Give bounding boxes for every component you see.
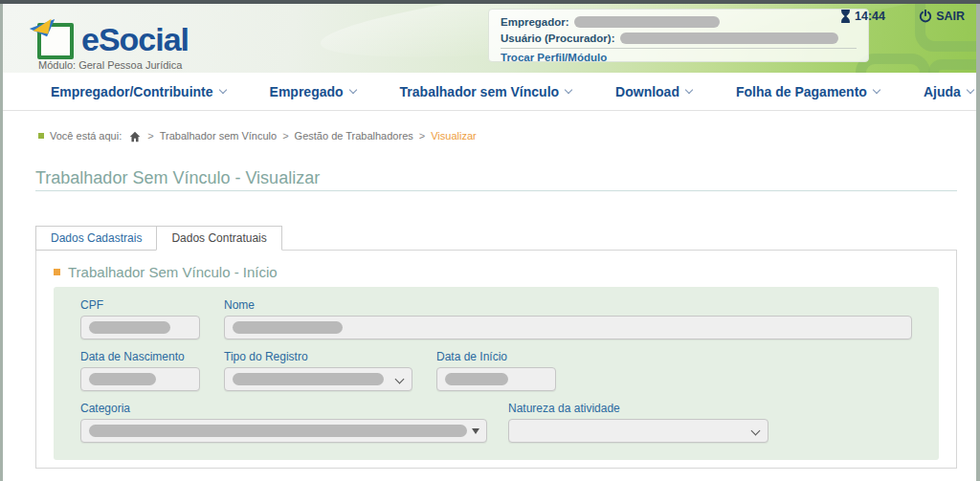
app-header: eSocial Módulo: Geral Pessoa Jurídica Em… [3, 4, 976, 73]
chevron-down-icon [348, 86, 356, 94]
data-inicio-label: Data de Início [436, 350, 507, 363]
dropdown-arrow-icon [472, 428, 479, 434]
power-icon [919, 10, 932, 23]
user-redacted-value [620, 33, 838, 44]
breadcrumb-separator: > [419, 130, 425, 142]
form-area: CPF Nome Data de Nascimento Tipo do Regi… [54, 287, 939, 460]
nav-trabalhador-sem-vinculo[interactable]: Trabalhador sem Vínculo [400, 84, 572, 99]
square-bullet-icon [38, 133, 44, 139]
tab-dados-contratuais[interactable]: Dados Contratuais [156, 226, 281, 251]
nav-item-label: Empregador/Contribuinte [51, 84, 213, 99]
hourglass-icon [840, 10, 851, 23]
chevron-down-icon [967, 86, 974, 94]
breadcrumb-separator: > [282, 130, 288, 142]
tipo-registro-label: Tipo do Registro [224, 350, 308, 363]
natureza-atividade-select[interactable] [508, 419, 768, 443]
logout-label: SAIR [936, 10, 965, 23]
cpf-label: CPF [80, 298, 103, 312]
breadcrumb-current: Visualizar [431, 130, 477, 142]
esocial-logo-icon [37, 23, 74, 59]
chevron-down-icon [751, 426, 761, 436]
chevron-down-icon [218, 86, 226, 94]
brand-title: eSocial [81, 15, 189, 63]
logo-fold-yellow [33, 16, 52, 34]
nav-empregado[interactable]: Empregado [270, 84, 356, 99]
data-inicio-field[interactable] [436, 367, 556, 391]
chevron-down-icon [395, 375, 405, 384]
data-nascimento-field[interactable] [80, 367, 200, 391]
logout-button[interactable]: SAIR [919, 10, 965, 23]
breadcrumb-separator: > [147, 130, 153, 142]
window-right-edge [976, 4, 980, 481]
section-header: Trabalhador Sem Vínculo - Início [54, 264, 278, 280]
nome-redacted-value [233, 321, 343, 334]
nome-field[interactable] [224, 316, 912, 339]
nav-item-label: Download [615, 84, 679, 99]
breadcrumb: Você está aqui: > Trabalhador sem Víncul… [38, 130, 477, 142]
nav-empregador-contribuinte[interactable]: Empregador/Contribuinte [51, 84, 226, 99]
title-divider [35, 190, 957, 191]
esocial-logo: eSocial [37, 15, 189, 63]
tab-bar: Dados Cadastrais Dados Contratuais [35, 226, 282, 251]
square-bullet-icon [54, 269, 60, 275]
nav-folha-de-pagamento[interactable]: Folha de Pagamento [736, 84, 880, 99]
nav-download[interactable]: Download [615, 84, 692, 99]
tipo-registro-redacted-value [233, 373, 384, 385]
categoria-redacted-value [89, 425, 467, 437]
nav-item-label: Folha de Pagamento [736, 84, 867, 99]
cpf-field[interactable] [80, 316, 200, 339]
session-info-box: Empregador: Usuário (Procurador): Trocar… [488, 9, 869, 62]
breadcrumb-item[interactable]: Gestão de Trabalhadores [295, 130, 413, 142]
tipo-registro-select[interactable] [224, 367, 412, 391]
cpf-redacted-value [89, 321, 170, 334]
nav-ajuda[interactable]: Ajuda [924, 84, 973, 99]
data-nascimento-label: Data de Nascimento [80, 350, 185, 363]
employer-label: Empregador: [501, 16, 569, 28]
data-nascimento-redacted-value [89, 373, 156, 385]
user-label: Usuário (Procurador): [501, 33, 615, 44]
nome-label: Nome [224, 298, 255, 312]
breadcrumb-prefix: Você está aqui: [50, 130, 122, 142]
tab-content-panel: Trabalhador Sem Vínculo - Início CPF Nom… [35, 250, 957, 469]
section-title: Trabalhador Sem Vínculo - Início [68, 264, 278, 280]
main-nav: Empregador/Contribuinte Empregado Trabal… [3, 73, 976, 111]
switch-profile-link[interactable]: Trocar Perfil/Módulo [501, 52, 857, 63]
chevron-down-icon [873, 86, 880, 94]
home-icon[interactable] [129, 131, 141, 142]
window-left-edge [0, 4, 3, 481]
nav-item-label: Ajuda [924, 84, 961, 99]
page-title: Trabalhador Sem Vínculo - Visualizar [35, 168, 320, 188]
info-divider [501, 48, 857, 49]
employer-redacted-value [574, 16, 720, 28]
chevron-down-icon [685, 86, 693, 94]
tab-dados-cadastrais[interactable]: Dados Cadastrais [35, 226, 157, 251]
window-top-edge [0, 0, 980, 4]
data-inicio-redacted-value [445, 373, 508, 385]
nav-item-label: Trabalhador sem Vínculo [400, 84, 560, 99]
session-timer: 14:44 [840, 10, 885, 23]
categoria-label: Categoria [80, 402, 130, 415]
natureza-atividade-label: Natureza da atividade [508, 402, 620, 415]
module-label: Módulo: Geral Pessoa Jurídica [38, 59, 182, 71]
chevron-down-icon [565, 86, 572, 94]
header-decor-shape [928, 59, 976, 73]
breadcrumb-item[interactable]: Trabalhador sem Vínculo [160, 130, 278, 142]
nav-item-label: Empregado [270, 84, 344, 99]
session-time: 14:44 [855, 10, 885, 23]
categoria-select[interactable] [80, 419, 487, 443]
